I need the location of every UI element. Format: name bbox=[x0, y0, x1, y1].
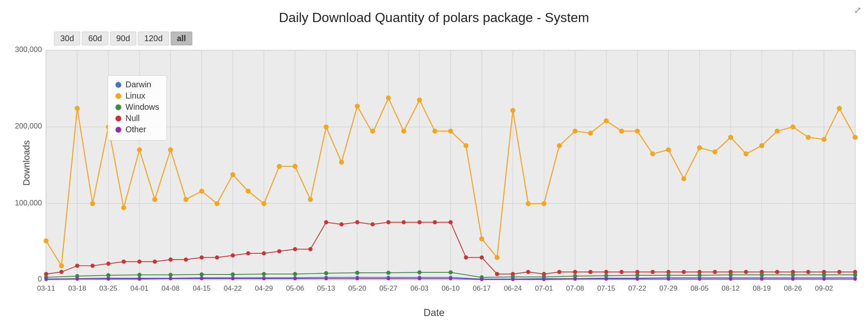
svg-text:07-29: 07-29 bbox=[660, 284, 677, 292]
svg-point-116 bbox=[75, 264, 79, 268]
svg-point-73 bbox=[230, 172, 235, 177]
svg-point-83 bbox=[386, 96, 391, 101]
svg-point-245 bbox=[791, 277, 794, 281]
svg-point-228 bbox=[262, 277, 265, 280]
svg-point-232 bbox=[387, 277, 390, 280]
btn-120d[interactable]: 120d bbox=[138, 32, 169, 45]
linux-label: Linux bbox=[125, 91, 145, 101]
svg-text:04-15: 04-15 bbox=[193, 284, 211, 292]
svg-point-115 bbox=[59, 270, 64, 274]
svg-point-97 bbox=[604, 118, 609, 123]
svg-text:07-22: 07-22 bbox=[628, 284, 646, 292]
svg-point-159 bbox=[744, 270, 748, 274]
svg-point-98 bbox=[619, 128, 624, 133]
svg-point-120 bbox=[137, 259, 142, 264]
svg-point-75 bbox=[261, 201, 266, 206]
svg-point-93 bbox=[542, 201, 547, 206]
svg-point-176 bbox=[324, 271, 328, 275]
svg-text:06-24: 06-24 bbox=[504, 284, 522, 292]
svg-point-89 bbox=[479, 236, 484, 241]
svg-text:100,000: 100,000 bbox=[15, 199, 42, 207]
svg-text:06-10: 06-10 bbox=[441, 284, 459, 292]
svg-point-247 bbox=[853, 277, 857, 281]
null-dot bbox=[115, 116, 121, 121]
chart-title: Daily Download Quantity of polars packag… bbox=[0, 0, 868, 29]
svg-text:05-06: 05-06 bbox=[286, 284, 304, 292]
svg-point-74 bbox=[246, 189, 251, 194]
svg-point-157 bbox=[713, 270, 717, 274]
legend-item-null: Null bbox=[115, 114, 159, 123]
svg-point-90 bbox=[495, 255, 500, 260]
svg-point-92 bbox=[526, 201, 531, 206]
legend-item-linux: Linux bbox=[115, 91, 159, 101]
svg-point-121 bbox=[153, 259, 157, 264]
svg-point-133 bbox=[339, 222, 343, 227]
btn-all[interactable]: all bbox=[171, 32, 192, 45]
svg-point-140 bbox=[449, 220, 453, 225]
svg-text:08-12: 08-12 bbox=[722, 284, 740, 292]
svg-point-130 bbox=[293, 247, 297, 251]
other-label: Other bbox=[125, 125, 146, 134]
svg-point-175 bbox=[293, 272, 297, 276]
svg-point-117 bbox=[91, 264, 95, 268]
svg-point-230 bbox=[324, 277, 328, 280]
svg-point-233 bbox=[418, 277, 421, 280]
svg-point-125 bbox=[215, 255, 219, 259]
svg-text:04-22: 04-22 bbox=[224, 284, 242, 292]
svg-point-71 bbox=[199, 189, 204, 194]
svg-point-225 bbox=[169, 277, 172, 280]
svg-point-239 bbox=[605, 277, 608, 281]
svg-point-155 bbox=[682, 270, 686, 274]
svg-point-103 bbox=[697, 145, 702, 150]
svg-point-145 bbox=[526, 270, 530, 274]
x-axis-label: Date bbox=[424, 307, 445, 319]
svg-point-149 bbox=[588, 270, 593, 274]
svg-text:04-01: 04-01 bbox=[130, 284, 148, 292]
svg-point-236 bbox=[511, 278, 515, 281]
svg-point-234 bbox=[449, 277, 452, 280]
svg-point-246 bbox=[822, 277, 826, 281]
svg-point-147 bbox=[557, 270, 562, 274]
svg-point-109 bbox=[790, 124, 795, 129]
svg-point-77 bbox=[292, 164, 297, 169]
svg-point-88 bbox=[463, 143, 468, 148]
svg-text:07-01: 07-01 bbox=[535, 284, 553, 292]
svg-point-131 bbox=[308, 247, 312, 251]
svg-point-113 bbox=[853, 135, 858, 140]
svg-point-171 bbox=[169, 273, 173, 277]
svg-point-137 bbox=[402, 220, 406, 225]
svg-point-244 bbox=[760, 277, 763, 281]
svg-point-173 bbox=[231, 272, 235, 277]
svg-point-127 bbox=[246, 251, 250, 255]
btn-30d[interactable]: 30d bbox=[54, 32, 80, 45]
svg-text:08-19: 08-19 bbox=[753, 284, 771, 292]
svg-point-105 bbox=[728, 135, 733, 140]
svg-point-108 bbox=[775, 128, 780, 133]
legend-item-darwin: Darwin bbox=[115, 80, 159, 89]
svg-point-135 bbox=[370, 222, 375, 227]
svg-point-163 bbox=[806, 270, 810, 274]
svg-point-224 bbox=[138, 277, 141, 281]
svg-point-124 bbox=[200, 255, 204, 259]
windows-dot bbox=[115, 104, 121, 110]
svg-point-139 bbox=[433, 220, 437, 225]
svg-point-129 bbox=[277, 249, 281, 253]
svg-point-68 bbox=[152, 197, 157, 202]
btn-60d[interactable]: 60d bbox=[82, 32, 108, 45]
svg-point-106 bbox=[743, 151, 748, 156]
svg-text:03-18: 03-18 bbox=[68, 284, 86, 292]
svg-point-81 bbox=[355, 104, 360, 109]
svg-point-79 bbox=[324, 124, 329, 129]
svg-point-153 bbox=[651, 270, 655, 274]
svg-point-100 bbox=[650, 151, 655, 156]
svg-point-177 bbox=[355, 271, 359, 275]
svg-text:04-29: 04-29 bbox=[255, 284, 273, 292]
svg-point-150 bbox=[604, 270, 608, 274]
expand-icon[interactable]: ⤢ bbox=[854, 5, 861, 16]
svg-point-102 bbox=[681, 176, 686, 181]
btn-90d[interactable]: 90d bbox=[110, 32, 136, 45]
svg-point-138 bbox=[417, 220, 422, 225]
svg-text:0: 0 bbox=[38, 275, 42, 283]
svg-point-238 bbox=[574, 277, 577, 281]
linux-dot bbox=[115, 93, 121, 99]
